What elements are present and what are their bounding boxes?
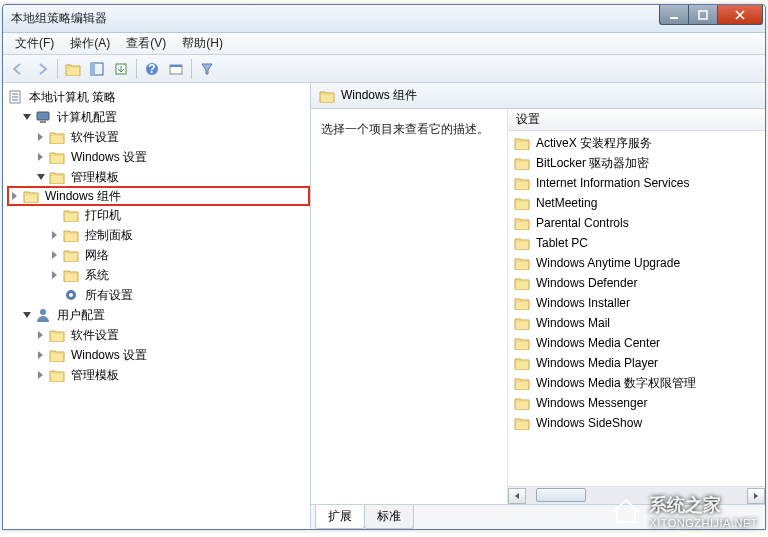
tree-printers[interactable]: 打印机 [7, 205, 310, 225]
list-item-label: Windows Installer [536, 296, 630, 310]
menu-help[interactable]: 帮助(H) [174, 32, 231, 55]
list-item[interactable]: Windows Installer [508, 293, 765, 313]
scroll-track[interactable] [526, 488, 747, 504]
tree-control-panel[interactable]: 控制面板 [7, 225, 310, 245]
list-item[interactable]: Windows Media Player [508, 353, 765, 373]
tree-pane[interactable]: 本地计算机 策略 计算机配置 软件设置 Windows 设置 管理模板 [3, 83, 311, 529]
list-item[interactable]: NetMeeting [508, 193, 765, 213]
show-tree-button[interactable] [86, 58, 108, 80]
list-item-label: Windows Defender [536, 276, 637, 290]
svg-rect-14 [170, 65, 182, 67]
expand-icon[interactable] [35, 369, 47, 381]
list-item[interactable]: Windows Media 数字权限管理 [508, 373, 765, 393]
menu-action[interactable]: 操作(A) [62, 32, 118, 55]
tree-windows-settings[interactable]: Windows 设置 [7, 345, 310, 365]
list-item[interactable]: ActiveX 安装程序服务 [508, 133, 765, 153]
tree-label: 管理模板 [69, 366, 121, 385]
tab-extended[interactable]: 扩展 [315, 505, 365, 529]
list-item[interactable]: Windows Mail [508, 313, 765, 333]
expand-icon[interactable] [35, 329, 47, 341]
list-item-label: Windows Mail [536, 316, 610, 330]
expand-icon[interactable] [49, 249, 61, 261]
folder-icon [49, 327, 65, 343]
list-item-label: Internet Information Services [536, 176, 689, 190]
tree-computer-config[interactable]: 计算机配置 [7, 107, 310, 127]
content-area: 本地计算机 策略 计算机配置 软件设置 Windows 设置 管理模板 [3, 83, 765, 529]
folder-icon [514, 416, 530, 430]
tree-user-config[interactable]: 用户配置 [7, 305, 310, 325]
up-button[interactable] [62, 58, 84, 80]
close-button[interactable] [717, 5, 763, 25]
titlebar[interactable]: 本地组策略编辑器 [3, 5, 765, 33]
expand-icon[interactable] [35, 131, 47, 143]
tree-label: Windows 组件 [43, 187, 123, 206]
folder-icon [63, 227, 79, 243]
filter-button[interactable] [196, 58, 218, 80]
tree-admin-templates[interactable]: 管理模板 [7, 167, 310, 187]
tree-system[interactable]: 系统 [7, 265, 310, 285]
collapse-icon[interactable] [21, 111, 33, 123]
folder-icon [49, 367, 65, 383]
horizontal-scrollbar[interactable] [508, 486, 765, 504]
folder-icon [514, 356, 530, 370]
tree-network[interactable]: 网络 [7, 245, 310, 265]
expand-icon[interactable] [49, 229, 61, 241]
scroll-thumb[interactable] [536, 488, 586, 502]
folder-icon [514, 136, 530, 150]
menu-view[interactable]: 查看(V) [118, 32, 174, 55]
expand-spacer [49, 209, 61, 221]
folder-icon [514, 396, 530, 410]
user-icon [35, 307, 51, 323]
settings-list[interactable]: ActiveX 安装程序服务BitLocker 驱动器加密Internet In… [508, 131, 765, 486]
export-button[interactable] [110, 58, 132, 80]
description-pane: 选择一个项目来查看它的描述。 [311, 109, 507, 504]
list-item[interactable]: Windows SideShow [508, 413, 765, 433]
tree-windows-settings[interactable]: Windows 设置 [7, 147, 310, 167]
tree-all-settings[interactable]: 所有设置 [7, 285, 310, 305]
tree-label: 网络 [83, 246, 111, 265]
back-button[interactable] [7, 58, 29, 80]
list-item[interactable]: Windows Messenger [508, 393, 765, 413]
list-item-label: Windows Media 数字权限管理 [536, 375, 696, 392]
list-item[interactable]: Tablet PC [508, 233, 765, 253]
app-window: 本地组策略编辑器 文件(F) 操作(A) 查看(V) 帮助(H) ? 本地计算机… [2, 4, 766, 530]
forward-button[interactable] [31, 58, 53, 80]
folder-icon [49, 169, 65, 185]
scroll-right-button[interactable] [747, 488, 765, 504]
column-header-settings[interactable]: 设置 [516, 111, 540, 128]
minimize-button[interactable] [659, 5, 688, 25]
window-title: 本地组策略编辑器 [11, 10, 659, 27]
collapse-icon[interactable] [21, 309, 33, 321]
list-item[interactable]: Windows Defender [508, 273, 765, 293]
tree-software-settings[interactable]: 软件设置 [7, 127, 310, 147]
maximize-button[interactable] [688, 5, 717, 25]
toolbar-separator [191, 59, 192, 79]
list-header[interactable]: 设置 [508, 109, 765, 131]
collapse-icon[interactable] [35, 171, 47, 183]
tab-standard[interactable]: 标准 [364, 505, 414, 529]
scroll-left-button[interactable] [508, 488, 526, 504]
expand-icon[interactable] [9, 190, 21, 202]
properties-button[interactable] [165, 58, 187, 80]
expand-icon[interactable] [35, 349, 47, 361]
expand-icon[interactable] [49, 269, 61, 281]
menu-file[interactable]: 文件(F) [7, 32, 62, 55]
tree-software-settings[interactable]: 软件设置 [7, 325, 310, 345]
tree-label: 软件设置 [69, 128, 121, 147]
list-item[interactable]: BitLocker 驱动器加密 [508, 153, 765, 173]
list-item-label: Windows Anytime Upgrade [536, 256, 680, 270]
list-item[interactable]: Internet Information Services [508, 173, 765, 193]
gear-icon [63, 287, 79, 303]
list-item[interactable]: Windows Media Center [508, 333, 765, 353]
tree-windows-components[interactable]: Windows 组件 [7, 186, 310, 206]
help-button[interactable]: ? [141, 58, 163, 80]
tree-label: 打印机 [83, 206, 123, 225]
list-item-label: Windows SideShow [536, 416, 642, 430]
tree-admin-templates[interactable]: 管理模板 [7, 365, 310, 385]
expand-icon[interactable] [35, 151, 47, 163]
list-item-label: Windows Media Player [536, 356, 658, 370]
folder-icon [514, 296, 530, 310]
list-item[interactable]: Windows Anytime Upgrade [508, 253, 765, 273]
tree-root[interactable]: 本地计算机 策略 [7, 87, 310, 107]
list-item[interactable]: Parental Controls [508, 213, 765, 233]
